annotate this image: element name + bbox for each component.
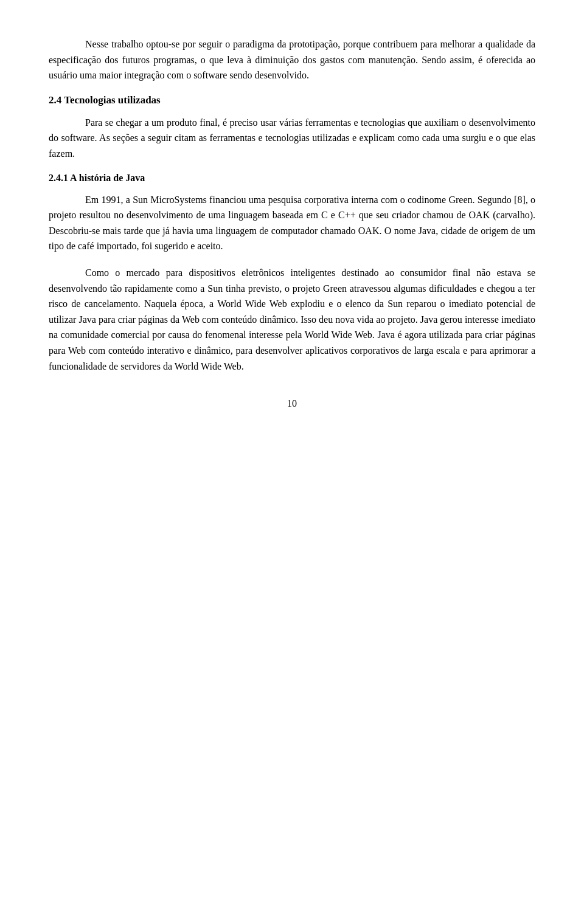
page-number: 10: [49, 398, 535, 409]
paragraph-3: Em 1991, a Sun MicroSystems financiou um…: [49, 192, 535, 254]
paragraph-1: Nesse trabalho optou-se por seguir o par…: [49, 36, 535, 83]
paragraph-2: Para se chegar a um produto final, é pre…: [49, 115, 535, 162]
paragraph-4: Como o mercado para dispositivos eletrôn…: [49, 265, 535, 374]
section-heading-2-4: 2.4 Tecnologias utilizadas: [49, 94, 535, 106]
subsection-heading-2-4-1: 2.4.1 A história de Java: [49, 173, 535, 184]
page: Nesse trabalho optou-se por seguir o par…: [0, 0, 584, 924]
